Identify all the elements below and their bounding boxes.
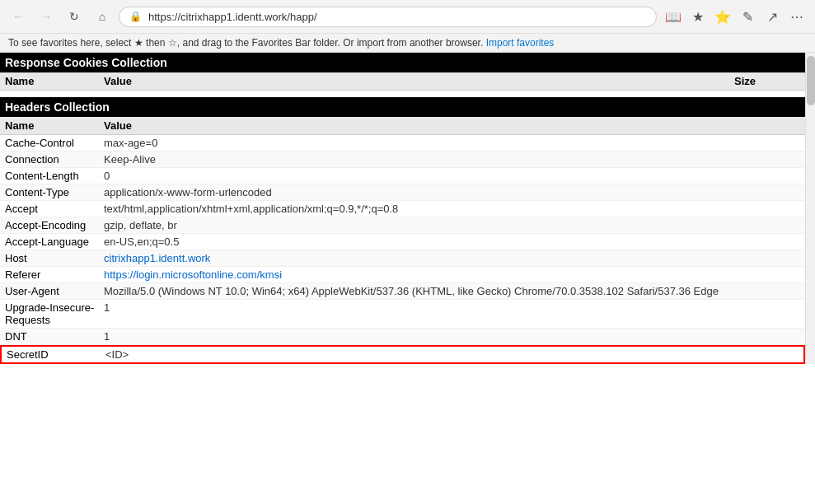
col-header-value: Value: [104, 75, 734, 87]
cell-value: Mozilla/5.0 (Windows NT 10.0; Win64; x64…: [104, 285, 800, 297]
toolbar-icons: 📖 ★ ⭐ ✎ ↗ ⋯: [662, 5, 808, 28]
more-button[interactable]: ⋯: [785, 5, 808, 28]
headers-collection-title: Headers Collection: [0, 97, 805, 117]
cell-value: Keep-Alive: [104, 153, 800, 166]
page-content: Response Cookies Collection Name Value S…: [0, 53, 815, 364]
response-cookies-section: Response Cookies Collection Name Value S…: [0, 53, 805, 91]
table-row: Content-Length 0: [0, 168, 805, 184]
collections-button[interactable]: ⭐: [711, 5, 734, 28]
cell-value: 0: [104, 170, 800, 182]
cell-name: Accept-Encoding: [5, 219, 104, 231]
cell-name: User-Agent: [5, 285, 104, 297]
col-header-size: Size: [734, 75, 800, 87]
cell-name-secretid: SecretID: [7, 348, 105, 361]
table-row: Accept text/html,application/xhtml+xml,a…: [0, 201, 805, 217]
table-row: Accept-Language en-US,en;q=0.5: [0, 234, 805, 250]
share-button[interactable]: ↗: [761, 5, 784, 28]
cell-name: Content-Length: [5, 170, 104, 182]
cell-name: Accept: [5, 203, 104, 215]
back-button[interactable]: ←: [7, 5, 30, 28]
cell-name: Upgrade-Insecure-Requests: [5, 301, 104, 326]
cell-value: 1: [104, 301, 800, 326]
headers-collection-section: Headers Collection Name Value Cache-Cont…: [0, 97, 805, 364]
import-favorites-link[interactable]: Import favorites: [486, 37, 555, 49]
cell-value: application/x-www-form-urlencoded: [104, 186, 800, 198]
table-row: Connection Keep-Alive: [0, 152, 805, 168]
cell-value: citrixhapp1.identt.work: [104, 252, 800, 264]
table-row: Host citrixhapp1.identt.work: [0, 250, 805, 267]
cell-value: gzip, deflate, br: [104, 219, 800, 231]
table-row: Referer https://login.microsoftonline.co…: [0, 267, 805, 283]
cell-value: en-US,en;q=0.5: [104, 236, 800, 248]
cell-value: text/html,application/xhtml+xml,applicat…: [104, 203, 800, 215]
favorites-button[interactable]: ★: [686, 5, 710, 28]
browser-toolbar: ← → ↻ ⌂ 🔒 📖 ★ ⭐ ✎ ↗ ⋯: [0, 0, 815, 33]
table-row-secretid: SecretID <ID>: [0, 345, 805, 364]
reading-view-button[interactable]: 📖: [662, 5, 685, 28]
lock-icon: 🔒: [129, 11, 142, 22]
col-header-value: Value: [104, 119, 800, 132]
table-row: Upgrade-Insecure-Requests 1: [0, 300, 805, 329]
favorites-bar-suffix: then ☆, and drag to the Favorites Bar fo…: [146, 37, 483, 49]
browser-chrome: ← → ↻ ⌂ 🔒 📖 ★ ⭐ ✎ ↗ ⋯ To see favorites h…: [0, 0, 815, 53]
cell-name: Connection: [5, 153, 104, 166]
cell-value: https://login.microsoftonline.com/kmsi: [104, 268, 800, 281]
favorites-bar: To see favorites here, select ★ then ☆, …: [0, 33, 815, 52]
url-input[interactable]: [148, 11, 646, 23]
star-icon: ★: [134, 37, 143, 49]
address-bar[interactable]: 🔒: [119, 7, 657, 27]
cell-value: 1: [104, 330, 800, 343]
favorites-bar-text: To see favorites here, select: [8, 37, 134, 49]
home-button[interactable]: ⌂: [91, 5, 114, 28]
table-row: User-Agent Mozilla/5.0 (Windows NT 10.0;…: [0, 283, 805, 300]
cell-name: Content-Type: [5, 186, 104, 198]
cell-name: DNT: [5, 330, 104, 343]
table-row: Content-Type application/x-www-form-urle…: [0, 184, 805, 201]
table-row: Cache-Control max-age=0: [0, 135, 805, 152]
table-row: Accept-Encoding gzip, deflate, br: [0, 217, 805, 234]
forward-button[interactable]: →: [35, 5, 58, 28]
cell-name: Cache-Control: [5, 137, 104, 149]
headers-col-headers: Name Value: [0, 117, 805, 135]
col-header-name: Name: [5, 119, 104, 132]
response-cookies-col-headers: Name Value Size: [0, 72, 805, 91]
cell-name: Referer: [5, 268, 104, 281]
response-cookies-title: Response Cookies Collection: [0, 53, 805, 72]
cell-value: max-age=0: [104, 137, 800, 149]
scrollbar-thumb[interactable]: [807, 56, 815, 105]
scrollbar[interactable]: [805, 53, 815, 364]
notes-button[interactable]: ✎: [736, 5, 759, 28]
col-header-name: Name: [5, 75, 104, 87]
table-row: DNT 1: [0, 329, 805, 345]
cell-name: Accept-Language: [5, 236, 104, 248]
cell-name: Host: [5, 252, 104, 264]
refresh-button[interactable]: ↻: [63, 5, 86, 28]
cell-value-secretid: <ID>: [105, 348, 799, 361]
